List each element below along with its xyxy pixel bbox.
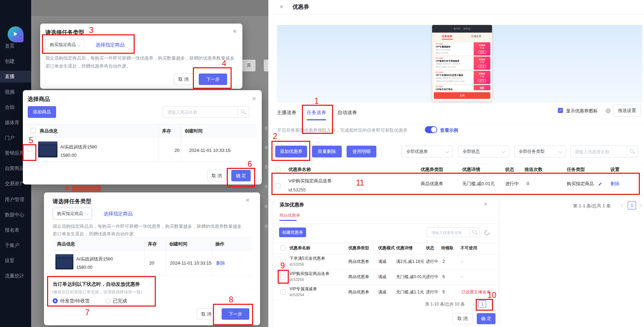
- radio-completed[interactable]: [105, 298, 110, 303]
- add-product-button[interactable]: 添加商品: [28, 106, 56, 118]
- batch-delete-button[interactable]: 批量删除: [312, 146, 342, 157]
- confirm-button[interactable]: 确 定: [231, 170, 251, 181]
- coupon-id: id:53254: [289, 293, 304, 298]
- sidebar-item-subaccount[interactable]: 子账户: [0, 240, 31, 251]
- product-search-box[interactable]: [163, 106, 249, 118]
- choose-product-link[interactable]: 选择指定商品: [104, 211, 133, 217]
- row-checkbox[interactable]: [275, 183, 280, 188]
- coupon-type-select[interactable]: 全部优惠券: [402, 146, 453, 157]
- prev-page-icon[interactable]: [621, 204, 625, 207]
- product-row-checkbox[interactable]: [27, 147, 32, 152]
- cancel-button[interactable]: 取 消: [174, 74, 193, 85]
- coupon-tag: 商品优惠券: [436, 71, 444, 73]
- next-step-button[interactable]: 下一步: [222, 308, 249, 320]
- select-all-checkbox[interactable]: [30, 128, 36, 133]
- search-icon-cell[interactable]: [470, 228, 479, 237]
- tab-task-coupon[interactable]: 任务送券: [307, 110, 326, 116]
- sidebar-item-home[interactable]: 首页: [0, 40, 31, 52]
- close-icon[interactable]: ×: [252, 95, 256, 102]
- coupon-threshold: 无门槛: [480, 76, 484, 77]
- subpanel-search-input[interactable]: [431, 228, 466, 238]
- task-type-select[interactable]: 全部任务类型: [514, 146, 566, 157]
- bg-cell-value: 0: [265, 126, 267, 131]
- coupon-amount-block: ¥300 无门槛 去下单: [474, 71, 490, 84]
- show-coupon-icon-checkbox[interactable]: [558, 108, 563, 113]
- task-type-select[interactable]: 购买指定商品: [45, 39, 84, 51]
- search-icon-cell[interactable]: [626, 146, 638, 157]
- subpanel-coupon-row: VIP专属满减券 id:53254 商品优惠券 满减 无门槛,减1.1元 进行中…: [274, 284, 498, 300]
- view-example-link[interactable]: 查看示例: [440, 128, 458, 133]
- next-page-icon[interactable]: [488, 302, 492, 306]
- close-icon[interactable]: ×: [245, 197, 250, 204]
- subpanel-tab-product-coupon[interactable]: 商品优惠券: [279, 213, 300, 218]
- coupon-detail: 无门槛,减0.01元: [462, 181, 495, 187]
- usage-detail-button[interactable]: 使用明细: [347, 146, 376, 157]
- select-product-modal: 选择商品 × 添加商品 商品信息 库存 创建时间 AI实战训练营1580 158…: [23, 90, 262, 184]
- task-type-select[interactable]: 购买指定商品: [53, 208, 92, 220]
- subpanel-select-all-checkbox[interactable]: [280, 246, 286, 251]
- sidebar-item-traffic[interactable]: 流量统计: [0, 270, 31, 282]
- col-coupon-detail: 优惠详情: [462, 167, 480, 172]
- close-icon[interactable]: ×: [279, 3, 284, 10]
- coupon-search-box[interactable]: [570, 146, 638, 157]
- mockup-sheet: 任务送券 主播送券 商品优惠券 VIP专属满减券 领取当日起1天内有效 使用形式…: [432, 33, 492, 101]
- close-icon[interactable]: ×: [484, 201, 488, 207]
- select-all-checkbox[interactable]: [275, 167, 280, 172]
- col-status: 状态: [505, 167, 514, 172]
- coupon-pending: 2: [442, 259, 445, 264]
- tab-auto-coupon[interactable]: 自动送券: [338, 110, 357, 116]
- coupon-unusable: 已设置主播送券: [462, 290, 491, 295]
- create-coupon-button[interactable]: 创建优惠券: [279, 227, 306, 237]
- next-page-icon[interactable]: [637, 204, 641, 207]
- sidebar-item-settings[interactable]: 设置: [0, 255, 31, 267]
- task-desc-line1: 观众选购指定商品后，每购买一件即可获赠一张优惠券，购买数量越多，获赠的优惠券数量…: [53, 224, 242, 229]
- add-coupon-button[interactable]: 添加优惠券: [275, 146, 307, 157]
- search-icon-cell[interactable]: [238, 106, 249, 118]
- coupon-type: 商品优惠券: [348, 259, 369, 264]
- sidebar-item-create[interactable]: 创建: [0, 55, 31, 67]
- cancel-button[interactable]: 取 消: [207, 170, 226, 181]
- subpanel-search-box[interactable]: [427, 227, 480, 237]
- delete-link[interactable]: 删除: [610, 181, 619, 187]
- subpanel-confirm-button[interactable]: 确 定: [477, 313, 495, 324]
- page-number[interactable]: 1: [628, 201, 636, 209]
- coupon-amount: ¥100: [479, 58, 485, 61]
- row-checkbox[interactable]: [280, 259, 286, 264]
- cancel-button[interactable]: 取 消: [197, 308, 216, 320]
- mockup-close-button: 关闭: [434, 92, 490, 99]
- push-settings-button[interactable]: 推送设置: [613, 105, 641, 117]
- sidebar-item-label: 交易资产: [5, 181, 24, 187]
- coupon-name: VIP专属满减券: [289, 286, 317, 292]
- row-checkbox[interactable]: [280, 274, 286, 279]
- close-icon[interactable]: ×: [233, 28, 237, 35]
- edit-pencil-icon[interactable]: [598, 183, 602, 186]
- tab-anchor-coupon[interactable]: 主播送券: [277, 110, 296, 116]
- radio-pending-shipment[interactable]: [53, 298, 58, 303]
- coupon-line: 领取当日起1天内有效: [436, 49, 450, 51]
- sidebar-item-live[interactable]: 直播: [0, 71, 31, 83]
- subpanel-cancel-button[interactable]: 取 消: [453, 313, 473, 324]
- coupon-detail: 满2元,减1.18元: [396, 259, 424, 264]
- coupon-search-input[interactable]: [574, 146, 619, 158]
- prev-page-icon[interactable]: [473, 302, 477, 306]
- coupon-amount: ¥300: [479, 72, 485, 76]
- page-number[interactable]: 1: [478, 300, 486, 308]
- task-coupon-toggle[interactable]: [425, 126, 437, 133]
- info-icon[interactable]: i: [606, 108, 611, 113]
- status-select[interactable]: 全部状态: [458, 146, 509, 157]
- refresh-icon[interactable]: [484, 229, 491, 236]
- delete-link[interactable]: 删除: [216, 260, 225, 266]
- sidebar-item-data-center[interactable]: 数据中心: [0, 209, 31, 221]
- mockup-topbar-text: 暂停中，请稍后: [454, 27, 471, 30]
- col-stock: 库存: [148, 241, 157, 247]
- sidebar-item-users[interactable]: 用户管理: [0, 194, 31, 206]
- product-stock: 20: [149, 260, 154, 266]
- next-step-button[interactable]: 下一步: [199, 74, 227, 85]
- subpanel-coupon-row: 下单满5元送优惠券 id:53256 商品优惠券 满减 满2元,减1.18元 进…: [274, 254, 498, 269]
- product-search-input[interactable]: [167, 106, 224, 118]
- coupon-table-row: VIP购买指定商品送券 id:53255 商品优惠券 无门槛,减0.01元 进行…: [268, 175, 644, 196]
- row-checkbox[interactable]: [280, 290, 286, 295]
- coupon-type: 商品优惠券: [348, 290, 369, 295]
- sidebar-item-signup-form[interactable]: 报名表: [0, 224, 31, 236]
- choose-product-link[interactable]: 选择指定商品: [96, 42, 125, 48]
